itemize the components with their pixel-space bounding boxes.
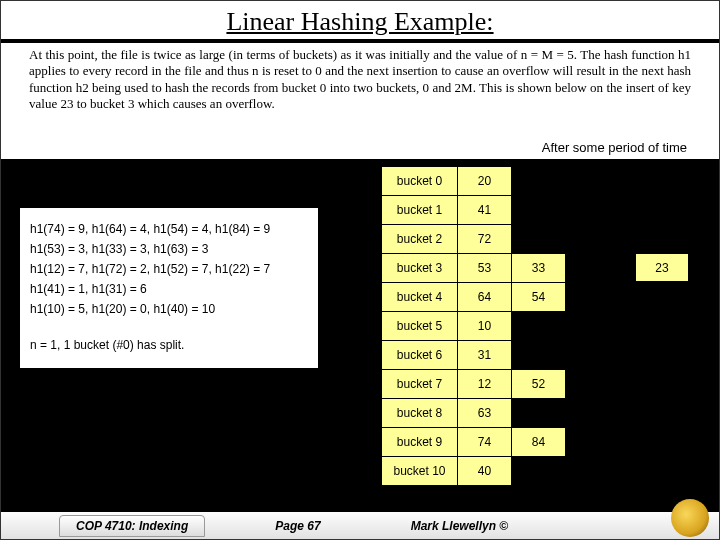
table-row: bucket 97484 xyxy=(382,428,566,457)
table-row: bucket 272 xyxy=(382,225,566,254)
table-row: bucket 631 xyxy=(382,341,566,370)
bucket-label: bucket 0 xyxy=(382,167,458,196)
hash-line: h1(10) = 5, h1(20) = 0, h1(40) = 10 xyxy=(30,302,308,316)
slide: Linear Hashing Example: At this point, t… xyxy=(0,0,720,540)
page-title: Linear Hashing Example: xyxy=(1,7,719,37)
bucket-cell xyxy=(512,399,566,428)
hash-line: h1(74) = 9, h1(64) = 4, h1(54) = 4, h1(8… xyxy=(30,222,308,236)
overflow-cell: 23 xyxy=(635,253,689,282)
table-row: bucket 141 xyxy=(382,196,566,225)
table-row: bucket 510 xyxy=(382,312,566,341)
bucket-cell xyxy=(512,225,566,254)
bucket-label: bucket 2 xyxy=(382,225,458,254)
bucket-cell xyxy=(512,312,566,341)
bucket-cell: 54 xyxy=(512,283,566,312)
bucket-label: bucket 9 xyxy=(382,428,458,457)
bucket-cell: 52 xyxy=(512,370,566,399)
bucket-cell: 33 xyxy=(512,254,566,283)
footer-author: Mark Llewellyn © xyxy=(411,519,509,533)
footer: COP 4710: Indexing Page 67 Mark Llewelly… xyxy=(1,507,719,539)
table-row: bucket 35333 xyxy=(382,254,566,283)
bucket-label: bucket 6 xyxy=(382,341,458,370)
bucket-label: bucket 3 xyxy=(382,254,458,283)
hash-line: h1(53) = 3, h1(33) = 3, h1(63) = 3 xyxy=(30,242,308,256)
bucket-label: bucket 5 xyxy=(382,312,458,341)
hash-line: h1(41) = 1, h1(31) = 6 xyxy=(30,282,308,296)
footer-page: Page 67 xyxy=(275,519,320,533)
table-row: bucket 1040 xyxy=(382,457,566,486)
bucket-cell: 63 xyxy=(458,399,512,428)
spacer xyxy=(30,322,308,332)
bucket-cell: 12 xyxy=(458,370,512,399)
table-row: bucket 46454 xyxy=(382,283,566,312)
title-area: Linear Hashing Example: xyxy=(1,1,719,43)
ucf-logo-icon xyxy=(671,499,709,537)
overflow-connector xyxy=(599,267,635,269)
bucket-cell: 72 xyxy=(458,225,512,254)
floating-note: After some period of time xyxy=(540,140,689,155)
bucket-cell xyxy=(512,167,566,196)
footer-course: COP 4710: Indexing xyxy=(59,515,205,537)
table-row: bucket 020 xyxy=(382,167,566,196)
bucket-cell xyxy=(512,341,566,370)
body-paragraph: At this point, the file is twice as larg… xyxy=(1,43,719,112)
bucket-cell: 74 xyxy=(458,428,512,457)
bucket-cell: 20 xyxy=(458,167,512,196)
bucket-label: bucket 7 xyxy=(382,370,458,399)
bucket-cell: 53 xyxy=(458,254,512,283)
bucket-label: bucket 10 xyxy=(382,457,458,486)
bucket-label: bucket 4 xyxy=(382,283,458,312)
bucket-cell: 84 xyxy=(512,428,566,457)
hash-calculations-box: h1(74) = 9, h1(64) = 4, h1(54) = 4, h1(8… xyxy=(19,207,319,369)
bucket-label: bucket 8 xyxy=(382,399,458,428)
table-row: bucket 863 xyxy=(382,399,566,428)
bucket-label: bucket 1 xyxy=(382,196,458,225)
bucket-cell xyxy=(512,196,566,225)
bucket-table: bucket 020bucket 141bucket 272bucket 353… xyxy=(381,166,566,486)
split-status: n = 1, 1 bucket (#0) has split. xyxy=(30,338,308,352)
bucket-cell: 10 xyxy=(458,312,512,341)
bucket-cell: 31 xyxy=(458,341,512,370)
table-row: bucket 71252 xyxy=(382,370,566,399)
hash-line: h1(12) = 7, h1(72) = 2, h1(52) = 7, h1(2… xyxy=(30,262,308,276)
bucket-cell: 64 xyxy=(458,283,512,312)
bucket-cell: 41 xyxy=(458,196,512,225)
bucket-cell xyxy=(512,457,566,486)
bucket-cell: 40 xyxy=(458,457,512,486)
